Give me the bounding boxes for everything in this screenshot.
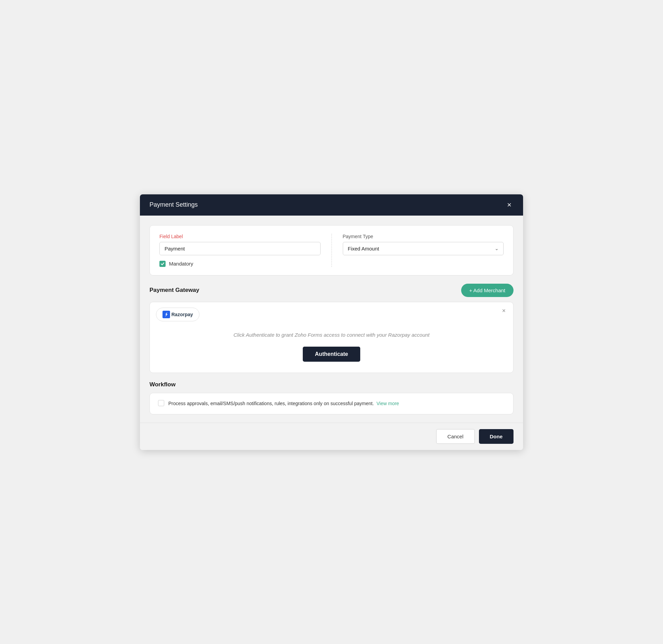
modal-title: Payment Settings bbox=[150, 201, 198, 208]
field-label-title: Field Label bbox=[159, 234, 321, 239]
gateway-description: Click Authenticate to grant Zoho Forms a… bbox=[159, 331, 504, 339]
workflow-row: Process approvals, email/SMS/push notifi… bbox=[158, 400, 505, 407]
payment-settings-modal: Payment Settings × Field Label Ma bbox=[140, 194, 523, 450]
gateway-section-title: Payment Gateway bbox=[150, 287, 199, 294]
workflow-view-more-link[interactable]: View more bbox=[377, 401, 399, 406]
gateway-card: Razorpay × Click Authenticate to grant Z… bbox=[150, 302, 514, 373]
workflow-checkbox[interactable] bbox=[158, 400, 164, 406]
gateway-section-header: Payment Gateway + Add Merchant bbox=[150, 284, 514, 297]
modal-header: Payment Settings × bbox=[140, 194, 523, 216]
payment-type-select-wrapper: Fixed Amount Variable Amount User Define… bbox=[343, 242, 504, 255]
authenticate-button[interactable]: Authenticate bbox=[303, 347, 361, 362]
gateway-close-button[interactable]: × bbox=[500, 307, 508, 314]
modal-footer: Cancel Done bbox=[140, 423, 523, 450]
field-label-input[interactable] bbox=[159, 242, 321, 255]
cancel-button[interactable]: Cancel bbox=[436, 429, 475, 444]
mandatory-label: Mandatory bbox=[169, 261, 193, 267]
checkmark-icon bbox=[160, 262, 165, 266]
field-row: Field Label Mandatory Payment Type bbox=[159, 234, 504, 267]
workflow-card: Process approvals, email/SMS/push notifi… bbox=[150, 393, 514, 414]
gateway-body: Click Authenticate to grant Zoho Forms a… bbox=[150, 321, 513, 373]
modal-body: Field Label Mandatory Payment Type bbox=[140, 216, 523, 414]
done-button[interactable]: Done bbox=[479, 429, 514, 444]
field-settings-card: Field Label Mandatory Payment Type bbox=[150, 225, 514, 275]
workflow-description: Process approvals, email/SMS/push notifi… bbox=[168, 400, 399, 407]
modal-close-button[interactable]: × bbox=[505, 201, 514, 209]
razorpay-logo: Razorpay bbox=[162, 311, 193, 318]
mandatory-row: Mandatory bbox=[159, 261, 321, 267]
razorpay-icon bbox=[162, 311, 170, 318]
field-right-panel: Payment Type Fixed Amount Variable Amoun… bbox=[332, 234, 504, 255]
payment-type-select[interactable]: Fixed Amount Variable Amount User Define… bbox=[343, 242, 504, 255]
workflow-section-title: Workflow bbox=[150, 381, 514, 388]
payment-type-label: Payment Type bbox=[343, 234, 504, 239]
mandatory-checkbox[interactable] bbox=[159, 261, 166, 267]
razorpay-tab[interactable]: Razorpay bbox=[156, 308, 199, 321]
field-left-panel: Field Label Mandatory bbox=[159, 234, 332, 267]
add-merchant-button[interactable]: + Add Merchant bbox=[461, 284, 514, 297]
razorpay-text: Razorpay bbox=[171, 312, 193, 317]
